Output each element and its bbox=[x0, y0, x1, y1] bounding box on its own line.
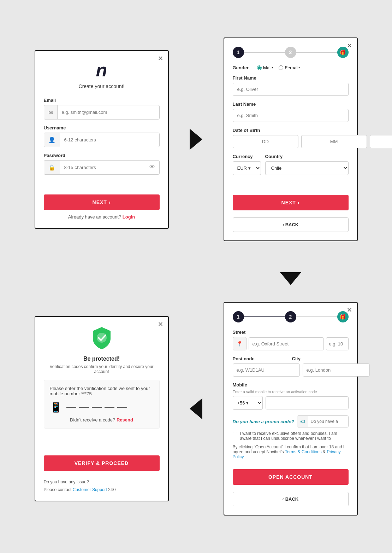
country-col-label: Country bbox=[265, 154, 283, 159]
street-row: 📍 bbox=[233, 337, 349, 350]
dob-row bbox=[233, 135, 349, 148]
create-account-title: Create your account! bbox=[44, 83, 160, 89]
customer-support-link[interactable]: Customer Support bbox=[73, 487, 107, 492]
promo-input[interactable] bbox=[308, 416, 349, 427]
street-label: Street bbox=[233, 330, 349, 335]
promo-input-wrapper: 🏷 bbox=[297, 415, 349, 427]
location-icon: 📍 bbox=[233, 337, 247, 350]
quadrant-1: ✕ n Create your account! Email ✉ Usernam… bbox=[7, 7, 196, 272]
email-input[interactable] bbox=[58, 106, 159, 118]
step-circle-1: 1 bbox=[233, 47, 244, 58]
close-button-2[interactable]: ✕ bbox=[347, 42, 352, 50]
street-group: Street 📍 bbox=[233, 330, 349, 350]
logo-area: n bbox=[44, 59, 160, 81]
currency-select[interactable]: EUR ▾ USD GBP bbox=[233, 161, 261, 175]
close-button-4[interactable]: ✕ bbox=[158, 320, 163, 328]
be-protected-title: Be protected! bbox=[44, 356, 160, 362]
mobile-group: Mobile Enter a valid mobile to receive a… bbox=[233, 382, 349, 410]
open-account-button[interactable]: OPEN ACCOUNT bbox=[233, 469, 349, 485]
city-input[interactable] bbox=[303, 363, 370, 377]
step1-modal: ✕ n Create your account! Email ✉ Usernam… bbox=[35, 50, 169, 229]
mobile-input[interactable] bbox=[266, 396, 349, 409]
code-dash-5 bbox=[117, 407, 127, 408]
issue-title: Do you have any issue? bbox=[44, 479, 160, 484]
dob-yyyy-input[interactable] bbox=[370, 135, 392, 148]
already-account-text: Already have an account? Login bbox=[44, 214, 160, 220]
step2-next-button[interactable]: NEXT › bbox=[233, 195, 349, 210]
male-option[interactable]: Male bbox=[257, 65, 273, 70]
offers-text: I want to receive exclusive offers and b… bbox=[240, 431, 349, 441]
verification-instruction: Please enter the verification code we se… bbox=[50, 386, 154, 396]
code-dash-3 bbox=[92, 407, 102, 408]
step3-back-button[interactable]: ‹ BACK bbox=[233, 492, 349, 506]
password-input[interactable] bbox=[60, 161, 145, 174]
step2-back-button[interactable]: ‹ BACK bbox=[233, 217, 349, 232]
terms-link[interactable]: Terms & Conditions bbox=[285, 449, 322, 454]
close-button-3[interactable]: ✕ bbox=[347, 306, 352, 314]
be-protected-subtitle: Verification codes confirm your identity… bbox=[44, 364, 160, 374]
code-dashes bbox=[66, 407, 127, 408]
currency-country-row: EUR ▾ USD GBP Chile Argentina Brazil bbox=[233, 161, 349, 175]
postcode-label: Post code bbox=[233, 356, 289, 361]
dob-label: Date of Birth bbox=[233, 128, 349, 133]
issue-contact: Please contact Customer Support 24/7 bbox=[44, 487, 160, 492]
code-dash-2 bbox=[79, 407, 89, 408]
promo-label[interactable]: Do you have a promo code? bbox=[233, 419, 294, 424]
password-input-wrapper: 🔒 👁 bbox=[44, 160, 160, 175]
mobile-row: +56 ▾ +1 +44 bbox=[233, 396, 349, 410]
tag-icon: 🏷 bbox=[297, 416, 308, 427]
city-label: City bbox=[292, 356, 349, 361]
step-line-2 bbox=[296, 52, 337, 53]
code-dash-1 bbox=[66, 407, 76, 408]
username-input[interactable] bbox=[60, 134, 159, 146]
street-number-input[interactable] bbox=[326, 337, 349, 350]
close-button-1[interactable]: ✕ bbox=[158, 54, 163, 62]
eye-icon[interactable]: 👁 bbox=[145, 161, 159, 174]
login-link[interactable]: Login bbox=[123, 214, 135, 220]
offers-checkbox[interactable] bbox=[233, 432, 237, 436]
first-name-input[interactable] bbox=[233, 83, 349, 96]
step-line-1 bbox=[244, 52, 285, 53]
arrow-right-1 bbox=[190, 129, 202, 150]
postcode-city-group: Post code City bbox=[233, 356, 349, 377]
female-option[interactable]: Female bbox=[279, 65, 300, 70]
female-radio[interactable] bbox=[279, 65, 283, 70]
first-name-group: First Name bbox=[233, 75, 349, 96]
currency-country-group: Currency Country EUR ▾ USD GBP Chile Arg… bbox=[233, 154, 349, 175]
issue-section: Do you have any issue? Please contact Cu… bbox=[44, 479, 160, 492]
currency-country-labels: Currency Country bbox=[233, 154, 349, 159]
country-code-select[interactable]: +56 ▾ +1 +44 bbox=[233, 396, 263, 410]
dob-dd-input[interactable] bbox=[233, 135, 298, 148]
offers-checkbox-row: I want to receive exclusive offers and b… bbox=[233, 431, 349, 441]
step3-circle-1: 1 bbox=[233, 311, 244, 322]
country-select[interactable]: Chile Argentina Brazil bbox=[265, 161, 349, 175]
gender-label: Gender bbox=[233, 65, 249, 70]
last-name-input[interactable] bbox=[233, 109, 349, 122]
street-input[interactable] bbox=[249, 337, 324, 350]
arrow-down-1 bbox=[280, 272, 301, 285]
verification-box: Please enter the verification code we se… bbox=[44, 380, 160, 429]
male-radio[interactable] bbox=[257, 65, 262, 70]
username-input-wrapper: 👤 bbox=[44, 133, 160, 147]
dob-mm-input[interactable] bbox=[301, 135, 367, 148]
dob-group: Date of Birth bbox=[233, 128, 349, 148]
shield-icon-wrap bbox=[44, 325, 160, 351]
password-group: Password 🔒 👁 bbox=[44, 153, 160, 175]
first-name-label: First Name bbox=[233, 75, 349, 81]
quadrant-4: ✕ 1 2 🎁 Street 📍 bbox=[196, 272, 385, 546]
promo-row: Do you have a promo code? 🏷 bbox=[233, 415, 349, 427]
code-dash-4 bbox=[105, 407, 114, 408]
resend-link[interactable]: Resend bbox=[117, 417, 133, 423]
step3-line-2 bbox=[296, 316, 337, 317]
postcode-city-row bbox=[233, 363, 349, 377]
code-entry-row: 📱 bbox=[50, 401, 154, 413]
arrow-left-1 bbox=[190, 398, 202, 419]
step-circle-2: 2 bbox=[285, 47, 296, 58]
step2-modal: ✕ 1 2 🎁 Gender Male Female bbox=[224, 37, 358, 241]
logo-letter: n bbox=[96, 60, 107, 80]
email-group: Email ✉ bbox=[44, 98, 160, 120]
password-label: Password bbox=[44, 153, 160, 158]
verify-proceed-button[interactable]: VERIFY & PROCEED bbox=[44, 455, 160, 471]
postcode-input[interactable] bbox=[233, 363, 300, 377]
step1-next-button[interactable]: NEXT › bbox=[44, 194, 160, 210]
